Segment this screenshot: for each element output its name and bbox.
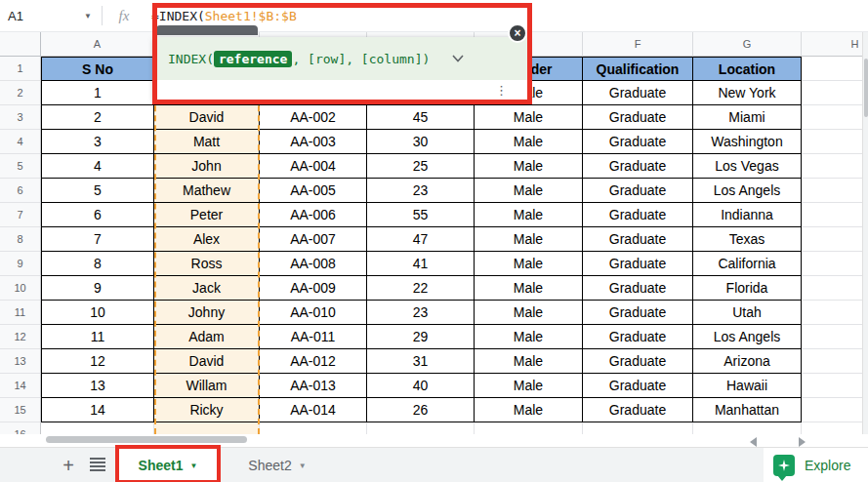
cell-C7[interactable]: AA-006 <box>260 203 367 227</box>
cell-G5[interactable]: Los Vegas <box>693 154 802 179</box>
cell-H10[interactable] <box>802 276 868 301</box>
row-header-3[interactable]: 3 <box>0 105 41 130</box>
row-header-16[interactable]: 16 <box>0 422 41 434</box>
cell-E15[interactable]: Male <box>475 398 583 422</box>
cell-D14[interactable]: 40 <box>367 374 475 398</box>
cell-A15[interactable]: 14 <box>41 398 154 422</box>
column-header-H[interactable]: H <box>802 32 868 57</box>
cell-F11[interactable]: Graduate <box>583 301 693 325</box>
cell-H13[interactable] <box>802 349 868 374</box>
cell-H14[interactable] <box>802 374 868 398</box>
collapse-chevron-icon[interactable] <box>452 25 514 92</box>
cell-G9[interactable]: California <box>693 252 802 276</box>
row-header-7[interactable]: 7 <box>0 203 41 227</box>
cell-D12[interactable]: 29 <box>367 325 475 349</box>
cell-C12[interactable]: AA-011 <box>260 325 367 349</box>
close-icon[interactable]: × <box>508 23 527 43</box>
cell-G4[interactable]: Washington <box>693 130 802 154</box>
select-all-corner[interactable] <box>0 32 41 57</box>
cell-D5[interactable]: 25 <box>367 154 475 179</box>
cell-E8[interactable]: Male <box>475 227 583 252</box>
cell-C16[interactable] <box>260 422 367 434</box>
cell-E7[interactable]: Male <box>475 203 583 227</box>
tab-sheet2[interactable]: Sheet2 ▼ <box>232 448 322 482</box>
cell-D15[interactable]: 26 <box>367 398 475 422</box>
cell-A14[interactable]: 13 <box>41 374 154 398</box>
cell-D4[interactable]: 30 <box>367 130 475 154</box>
cell-B14[interactable]: Willam <box>154 374 260 398</box>
cell-A10[interactable]: 9 <box>41 276 154 301</box>
cell-B5[interactable]: John <box>154 154 260 179</box>
cell-F1[interactable]: Qualification <box>583 57 693 81</box>
row-header-14[interactable]: 14 <box>0 374 41 398</box>
cell-G15[interactable]: Manhattan <box>693 398 802 422</box>
cell-D9[interactable]: 41 <box>367 252 475 276</box>
cell-B10[interactable]: Jack <box>154 276 260 301</box>
cell-A11[interactable]: 10 <box>41 301 154 325</box>
more-options-icon[interactable]: ⋮ <box>495 84 508 97</box>
cell-G8[interactable]: Texas <box>693 227 802 252</box>
all-sheets-menu-icon[interactable] <box>90 458 105 473</box>
cell-H7[interactable] <box>802 203 868 227</box>
row-header-15[interactable]: 15 <box>0 398 41 422</box>
cell-F16[interactable] <box>583 422 693 434</box>
cell-G3[interactable]: Miami <box>693 105 802 130</box>
scroll-right-icon[interactable] <box>799 437 806 447</box>
cell-E12[interactable]: Male <box>475 325 583 349</box>
sheet1-caret-icon[interactable]: ▼ <box>190 462 198 470</box>
cell-G10[interactable]: Florida <box>693 276 802 301</box>
cell-C8[interactable]: AA-007 <box>260 227 367 252</box>
cell-C9[interactable]: AA-008 <box>260 252 367 276</box>
row-header-2[interactable]: 2 <box>0 81 41 105</box>
column-header-F[interactable]: F <box>583 32 693 57</box>
cell-H2[interactable] <box>802 81 868 105</box>
cell-G6[interactable]: Los Angels <box>693 179 802 203</box>
cell-H8[interactable] <box>802 227 868 252</box>
cell-G12[interactable]: Los Angels <box>693 325 802 349</box>
name-box-caret-icon[interactable]: ▼ <box>84 12 92 20</box>
cell-E11[interactable]: Male <box>475 301 583 325</box>
cell-A4[interactable]: 3 <box>41 130 154 154</box>
cell-H16[interactable] <box>802 422 868 434</box>
cell-B16[interactable] <box>154 422 260 434</box>
cell-A1[interactable]: S No <box>41 57 154 81</box>
cell-H15[interactable] <box>802 398 868 422</box>
cell-F6[interactable]: Graduate <box>583 179 693 203</box>
cell-F9[interactable]: Graduate <box>583 252 693 276</box>
cell-C13[interactable]: AA-012 <box>260 349 367 374</box>
cell-C6[interactable]: AA-005 <box>260 179 367 203</box>
cell-B13[interactable]: David <box>154 349 260 374</box>
cell-B6[interactable]: Mathew <box>154 179 260 203</box>
cell-H9[interactable] <box>802 252 868 276</box>
cell-A7[interactable]: 6 <box>41 203 154 227</box>
cell-C10[interactable]: AA-009 <box>260 276 367 301</box>
cell-C14[interactable]: AA-013 <box>260 374 367 398</box>
row-header-6[interactable]: 6 <box>0 179 41 203</box>
cell-D11[interactable]: 23 <box>367 301 475 325</box>
cell-D6[interactable]: 23 <box>367 179 475 203</box>
cell-A12[interactable]: 11 <box>41 325 154 349</box>
name-box[interactable]: A1 ▼ <box>0 9 102 23</box>
cell-E13[interactable]: Male <box>475 349 583 374</box>
cell-F5[interactable]: Graduate <box>583 154 693 179</box>
cell-B12[interactable]: Adam <box>154 325 260 349</box>
cell-H4[interactable] <box>802 130 868 154</box>
cell-G2[interactable]: New York <box>693 81 802 105</box>
row-header-9[interactable]: 9 <box>0 252 41 276</box>
cell-E3[interactable]: Male <box>475 105 583 130</box>
cell-B7[interactable]: Peter <box>154 203 260 227</box>
cell-E10[interactable]: Male <box>475 276 583 301</box>
cell-A3[interactable]: 2 <box>41 105 154 130</box>
row-header-13[interactable]: 13 <box>0 349 41 374</box>
scroll-left-icon[interactable] <box>750 437 757 447</box>
cell-F4[interactable]: Graduate <box>583 130 693 154</box>
cell-F2[interactable]: Graduate <box>583 81 693 105</box>
horizontal-scrollbar-thumb[interactable] <box>46 436 247 443</box>
cell-H3[interactable] <box>802 105 868 130</box>
cell-F7[interactable]: Graduate <box>583 203 693 227</box>
cell-G14[interactable]: Hawaii <box>693 374 802 398</box>
cell-A2[interactable]: 1 <box>41 81 154 105</box>
row-header-12[interactable]: 12 <box>0 325 41 349</box>
cell-E14[interactable]: Male <box>475 374 583 398</box>
column-header-G[interactable]: G <box>693 32 802 57</box>
